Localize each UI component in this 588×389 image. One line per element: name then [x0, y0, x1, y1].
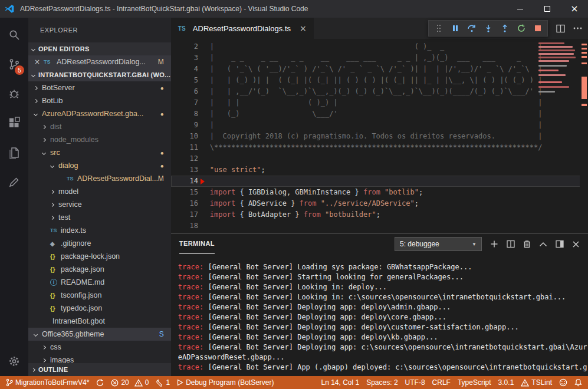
feedback-item[interactable] [556, 376, 571, 389]
split-editor-button[interactable] [556, 24, 565, 33]
minimize-icon [517, 9, 523, 9]
chevron-right-icon [42, 124, 46, 128]
code-line[interactable]: 12 [171, 153, 588, 164]
tab-adresetpassworddialogs[interactable]: TS ADResetPasswordDialogs.ts × [171, 18, 314, 39]
new-terminal-button[interactable] [490, 240, 498, 248]
activity-edit[interactable] [0, 167, 28, 197]
activity-extensions[interactable] [0, 108, 28, 138]
stop-button[interactable] [530, 21, 545, 35]
tree-item[interactable]: ◆.gitignore [28, 237, 171, 250]
close-panel-button[interactable] [572, 240, 580, 248]
open-editor-item[interactable]: × TS ADResetPasswordDialog... M [28, 55, 171, 68]
split-terminal-button[interactable] [507, 240, 515, 248]
kill-terminal-button[interactable] [523, 240, 531, 248]
code-line[interactable]: 13"use strict"; [171, 164, 588, 176]
tree-item[interactable]: {}tsconfig.json [28, 289, 171, 302]
tasks-item[interactable]: 1 [152, 376, 173, 389]
terminal-output[interactable]: trace: [General Bot Server] Loading sys … [171, 254, 588, 376]
problems-item[interactable]: 20 0 [107, 376, 152, 389]
tree-item[interactable]: {}typedoc.json [28, 302, 171, 315]
panel-layout-button[interactable] [556, 240, 564, 248]
step-into-button[interactable] [481, 21, 495, 35]
toolbar-drag-handle[interactable] [431, 21, 446, 35]
tree-item[interactable]: {}package.json [28, 263, 171, 276]
code-line[interactable]: 9| | [171, 120, 588, 131]
debug-status-item[interactable]: Debug Program (BotServer) [173, 376, 277, 389]
code-line[interactable]: 2| ( )_ _ | [171, 41, 588, 52]
open-editors-header[interactable]: OPEN EDITORS [28, 42, 171, 55]
restart-button[interactable] [514, 21, 528, 35]
terminal-panel: TERMINAL 5: debuggee ▼ [171, 233, 588, 376]
tree-item[interactable]: service [28, 198, 171, 211]
terminal-tab[interactable]: TERMINAL [179, 234, 215, 254]
code-editor[interactable]: 2| ( )_ _ |3| _ _ _ __ _ _ __ ___ ___ _ … [171, 39, 588, 233]
tree-item[interactable]: iREADME.md [28, 276, 171, 289]
close-tab-icon[interactable]: × [300, 24, 307, 33]
git-branch-item[interactable]: MigrationToBotFmwV4* [2, 376, 93, 389]
code-line[interactable]: 3| _ _ _ __ _ _ __ ___ ___ _ _ | ,_)(_) … [171, 52, 588, 64]
code-area: 2| ( )_ _ |3| _ _ _ __ _ _ __ ___ ___ _ … [171, 39, 588, 233]
editor-actions-more[interactable] [573, 27, 582, 29]
tree-item[interactable]: BotLib [28, 94, 171, 107]
typescript-icon: TS [44, 59, 54, 65]
ts-version-item[interactable]: 3.0.1 [495, 376, 518, 389]
language-mode-item[interactable]: TypeScript [454, 376, 495, 389]
activity-search[interactable] [0, 20, 28, 50]
maximize-button[interactable] [534, 0, 561, 18]
code-line[interactable]: 8| (_) \___/' | [171, 108, 588, 120]
activity-source-control[interactable]: 5 [0, 50, 28, 79]
maximize-panel-button[interactable] [539, 242, 547, 247]
encoding-item[interactable]: UTF-8 [402, 376, 429, 389]
step-out-button[interactable] [497, 21, 512, 35]
code-line[interactable]: 15import { IGBDialog, GBMinInstance } fr… [171, 187, 588, 198]
close-button[interactable]: × [561, 0, 588, 18]
code-line[interactable]: 5| | (_) )| | ( (_| |( (_| || ( ) ( ) |(… [171, 75, 588, 86]
minimap[interactable] [536, 39, 580, 133]
cursor-position[interactable]: Ln 14, Col 1 [317, 376, 363, 389]
tree-item[interactable]: test [28, 211, 171, 224]
sync-button[interactable] [93, 376, 107, 389]
restart-icon [517, 24, 525, 32]
code-line[interactable]: 16import { ADService } from "../service/… [171, 198, 588, 209]
notifications-item[interactable] [571, 376, 586, 389]
code-line[interactable]: 10| Copyright 2018 (c) pragmatismo.io. T… [171, 131, 588, 142]
tree-item[interactable]: src● [28, 146, 171, 159]
tree-item[interactable]: Office365.gbthemeS [28, 328, 171, 341]
code-line[interactable]: 18 [171, 220, 588, 232]
terminal-select[interactable]: 5: debuggee ▼ [395, 237, 482, 251]
overview-ruler[interactable] [580, 39, 588, 233]
outline-header[interactable]: OUTLINE [28, 363, 171, 376]
tree-item[interactable]: BotServer● [28, 81, 171, 94]
code-line[interactable]: 11\*************************************… [171, 142, 588, 153]
tree-item[interactable]: node_modules [28, 133, 171, 146]
indentation-item[interactable]: Spaces: 2 [363, 376, 401, 389]
tree-item[interactable]: {}package-lock.json [28, 250, 171, 263]
close-editor-icon[interactable]: × [33, 58, 41, 66]
code-line[interactable]: 4| ( '_`\ ( '__)/'_` ) /'_`\ /' _ ` _ `\… [171, 64, 588, 75]
tree-item[interactable]: IntranetBot.gbot [28, 315, 171, 328]
code-line[interactable]: 17import { BotAdapter } from "botbuilder… [171, 209, 588, 220]
step-over-button[interactable] [464, 21, 479, 35]
tree-item[interactable]: dist [28, 120, 171, 133]
tree-item[interactable]: images [28, 354, 171, 363]
tree-item[interactable]: TSindex.ts [28, 224, 171, 237]
tree-item-label: tsconfig.json [61, 291, 101, 299]
settings-gear[interactable] [0, 347, 28, 376]
workspace-header[interactable]: INTRANETBOTQUICKSTART.GBAI (WO... [28, 68, 171, 81]
activity-files[interactable] [0, 138, 28, 167]
minimize-button[interactable] [507, 0, 534, 18]
activity-debug[interactable] [0, 79, 28, 108]
pause-button[interactable] [448, 21, 462, 35]
tree-item[interactable]: dialog● [28, 159, 171, 172]
tree-item[interactable]: css [28, 341, 171, 354]
maximize-icon [544, 6, 550, 12]
code-line[interactable]: 6| | ,__/'(_) `\__,_)`\__,_)(_) (_) (_)`… [171, 86, 588, 97]
debug-marker[interactable] [201, 179, 205, 184]
code-line[interactable]: 14 [171, 176, 588, 187]
tslint-item[interactable]: TSLint [517, 376, 556, 389]
eol-item[interactable]: CRLF [429, 376, 454, 389]
code-line[interactable]: 7| | | ( )_) | | [171, 97, 588, 108]
tree-item[interactable]: model [28, 185, 171, 198]
tree-item[interactable]: AzureADPasswordReset.gba...● [28, 107, 171, 120]
tree-item[interactable]: TSADResetPasswordDial...M [28, 172, 171, 185]
